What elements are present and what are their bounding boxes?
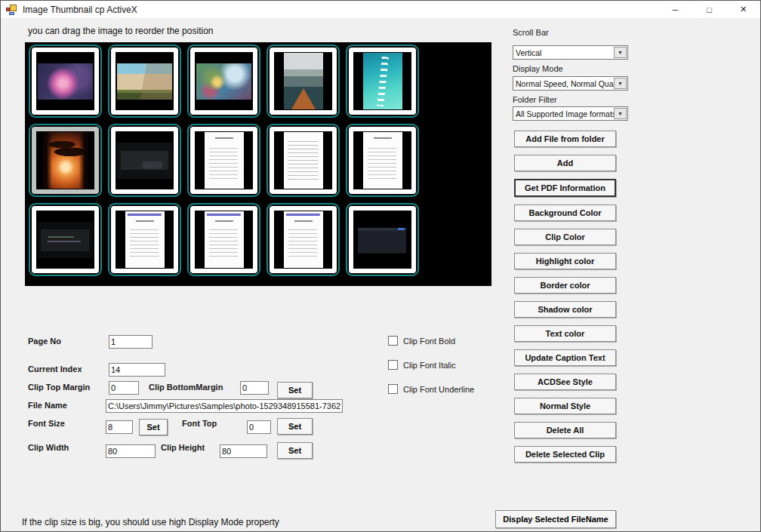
thumbnail-clip-dark-code-screenshot[interactable] <box>29 203 102 276</box>
set-font-size-button[interactable]: Set <box>139 419 168 435</box>
clip-font-underline-checkbox[interactable]: Clip Font Underline <box>388 384 474 394</box>
thumbnail-clip-document-text[interactable] <box>267 124 340 197</box>
page-no-input[interactable] <box>109 335 153 349</box>
chevron-down-icon[interactable]: ▼ <box>614 47 627 58</box>
set-margin-button[interactable]: Set <box>277 382 313 398</box>
normal-style-button[interactable]: Normal Style <box>514 398 616 414</box>
thumbnail-grid <box>25 42 491 286</box>
checkbox-label: Clip Font Italic <box>403 361 456 370</box>
app-window: Image Thumbnail cp ActiveX ─ □ ✕ you can… <box>0 0 761 532</box>
clip-matte <box>349 48 416 115</box>
thumbnail-clip-boat-on-mountain-lake[interactable] <box>267 45 340 118</box>
close-button[interactable]: ✕ <box>726 1 760 18</box>
checkbox-icon[interactable] <box>388 336 398 346</box>
highlight-color-button[interactable]: Highlight color <box>514 253 616 269</box>
clip-image-area <box>116 211 174 269</box>
display-mode-hint-label: If the clip size is big, you should use … <box>22 517 279 527</box>
file-name-input[interactable] <box>106 399 343 413</box>
clip-matte <box>111 206 178 273</box>
thumbnail-image-palm-sunset <box>43 132 88 189</box>
display-selected-filename-button[interactable]: Display Selected FileName <box>495 510 616 528</box>
clip-height-label: Clip Height <box>161 443 205 452</box>
font-top-input[interactable] <box>247 420 271 434</box>
font-size-input[interactable] <box>106 420 133 434</box>
clip-image-area <box>36 211 94 269</box>
clip-image-area <box>195 131 253 189</box>
clip-image-area <box>274 131 332 189</box>
thumbnail-clip-document-letter[interactable] <box>346 124 419 197</box>
clip-width-input[interactable] <box>106 444 156 458</box>
thumbnail-clip-dark-app-screenshot[interactable] <box>108 124 181 197</box>
clip-color-button[interactable]: Clip Color <box>514 229 616 245</box>
clip-image-area <box>353 52 411 110</box>
border-color-button[interactable]: Border color <box>514 277 616 294</box>
shadow-color-button[interactable]: Shadow color <box>514 301 616 318</box>
get-pdf-information-button[interactable]: Get PDF Information <box>514 179 616 197</box>
clip-image-area <box>353 211 411 269</box>
clip-matte <box>32 127 99 194</box>
thumbnail-image-cottage-painting <box>196 63 251 100</box>
clip-width-label: Clip Width <box>28 443 69 452</box>
thumbnail-image-document-blue-header <box>205 211 244 268</box>
drag-instruction-label: you can drag the image to reorder the po… <box>28 26 213 36</box>
current-index-input[interactable] <box>109 363 165 377</box>
chevron-down-icon[interactable]: ▼ <box>614 108 627 119</box>
text-color-button[interactable]: Text color <box>514 325 616 342</box>
thumbnail-image-sand-dune <box>117 63 172 100</box>
update-caption-text-button[interactable]: Update Caption Text <box>514 349 616 366</box>
clip-font-options: Clip Font BoldClip Font ItalicClip Font … <box>388 336 474 394</box>
maximize-button[interactable]: □ <box>692 1 726 18</box>
thumbnail-clip-palm-sunset[interactable] <box>29 124 102 197</box>
clip-font-italic-checkbox[interactable]: Clip Font Italic <box>388 360 474 370</box>
clip-image-area <box>274 211 332 269</box>
thumbnail-clip-pink-flower[interactable] <box>29 45 102 118</box>
checkbox-label: Clip Font Bold <box>403 337 455 346</box>
clip-image-area <box>116 52 174 110</box>
thumbnail-clip-vscode-screenshot[interactable] <box>346 203 419 276</box>
folder-filter-select[interactable]: All Supported Image formats ▼ <box>513 106 628 121</box>
thumbnail-clip-document-blue-header[interactable] <box>187 203 260 276</box>
folder-filter-label: Folder Filter <box>513 95 557 104</box>
clip-matte <box>190 127 257 194</box>
add-file-from-folder-button[interactable]: Add File from folder <box>514 131 616 147</box>
checkbox-icon[interactable] <box>388 360 398 370</box>
clip-top-margin-input[interactable] <box>109 381 139 395</box>
clip-image-area <box>274 52 332 110</box>
background-color-button[interactable]: Background Color <box>514 204 616 221</box>
clip-image-area <box>195 52 253 110</box>
clip-bottom-margin-input[interactable] <box>240 381 269 395</box>
display-mode-select[interactable]: Normal Speed, Normal Quality ▼ <box>513 76 628 91</box>
clip-height-input[interactable] <box>220 444 267 458</box>
clip-image-area <box>353 131 411 189</box>
clip-font-bold-checkbox[interactable]: Clip Font Bold <box>388 336 474 346</box>
thumbnail-clip-document-letter[interactable] <box>187 124 260 197</box>
minimize-button[interactable]: ─ <box>658 1 692 18</box>
add-button[interactable]: Add <box>514 155 616 171</box>
thumbnail-clip-sand-dune[interactable] <box>108 45 181 118</box>
clip-matte <box>190 206 257 273</box>
checkbox-icon[interactable] <box>388 384 398 394</box>
delete-selected-clip-button[interactable]: Delete Selected Clip <box>514 446 616 463</box>
scroll-bar-select[interactable]: Vertical ▼ <box>513 45 628 60</box>
clip-matte <box>190 48 257 115</box>
clip-image-area <box>116 131 174 189</box>
delete-all-button[interactable]: Delete All <box>514 422 616 438</box>
acdsee-style-button[interactable]: ACDSee Style <box>514 374 616 390</box>
clip-image-area <box>36 52 94 110</box>
thumbnail-clip-document-blue-header[interactable] <box>108 203 181 276</box>
page-no-label: Page No <box>28 337 61 346</box>
thumbnail-clip-cottage-painting[interactable] <box>187 45 260 118</box>
thumbnail-clip-document-blue-header[interactable] <box>267 203 340 276</box>
set-clip-size-button[interactable]: Set <box>277 442 313 459</box>
thumbnail-image-document-letter <box>205 132 244 189</box>
checkbox-label: Clip Font Underline <box>403 385 474 394</box>
thumbnail-image-dark-app-screenshot <box>117 143 172 179</box>
thumbnail-image-boat-on-mountain-lake <box>284 53 323 109</box>
clip-matte <box>270 206 337 273</box>
set-font-top-button[interactable]: Set <box>277 418 313 435</box>
chevron-down-icon[interactable]: ▼ <box>614 78 627 89</box>
thumbnail-image-maldives-aerial <box>363 53 402 109</box>
clip-matte <box>349 127 416 194</box>
thumbnail-image-vscode-screenshot <box>355 222 410 258</box>
thumbnail-clip-maldives-aerial[interactable] <box>346 45 419 118</box>
